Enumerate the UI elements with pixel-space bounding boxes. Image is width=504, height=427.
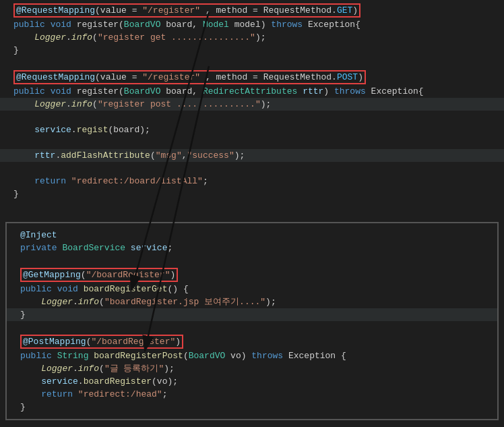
code-line-4: } [0,44,504,57]
annotation-box-get: @RequestMapping(value = "/register" , me… [13,3,360,18]
code-line-7: public void register(BoardVO board, Redi… [0,85,504,98]
code-line-2: public void register(BoardVO board, Mode… [0,18,504,31]
bottom-line-2: private BoardService service; [7,241,497,254]
bottom-line-12: service.boardRegister(vo); [7,375,497,388]
bottom-line-8 [7,321,497,334]
bottom-line-1: @Inject [7,229,497,241]
annotation-box-getmapping: @GetMapping("/boardRegister") [20,268,178,282]
code-line-1: @RequestMapping(value = "/register" , me… [0,3,504,18]
bottom-line-6: Logger.info("boardRegister.jsp 보여주기...."… [7,295,497,308]
top-code-section: @RequestMapping(value = "/register" , me… [0,0,504,203]
bottom-line-7: } [7,308,497,321]
bottom-line-3 [7,254,497,267]
code-line-9 [0,111,504,123]
code-line-5 [0,57,504,69]
code-line-13 [0,162,504,175]
bottom-line-13: return "redirect:/head"; [7,388,497,401]
spacer [0,203,504,215]
annotation-box-postmapping: @PostMapping("/boardRegister") [20,335,183,349]
code-line-3: Logger.info("register get ..............… [0,31,504,44]
bottom-line-10: public String boardRegisterPost(BoardVO … [7,349,497,362]
code-editor: @RequestMapping(value = "/register" , me… [0,0,504,420]
bottom-line-5: public void boardRegisterGet() { [7,283,497,295]
code-line-10: service.regist(board); [0,123,504,136]
bottom-code-section: @Inject private BoardService service; @G… [5,222,499,420]
bottom-line-11: Logger.info("글 등록하기"); [7,362,497,375]
code-line-6: @RequestMapping(value = "/register" , me… [0,69,504,85]
bottom-line-9: @PostMapping("/boardRegister") [7,334,497,349]
code-line-14: return "redirect:/board/listAll"; [0,175,504,188]
annotation-box-post: @RequestMapping(value = "/register" , me… [13,70,366,84]
code-line-15: } [0,188,504,200]
code-line-11 [0,136,504,149]
code-line-8: Logger.info("register post .............… [0,98,504,111]
code-line-12: rttr.addFlashAttribute("msg","success"); [0,149,504,162]
bottom-line-4: @GetMapping("/boardRegister") [7,267,497,283]
bottom-line-14: } [7,401,497,414]
